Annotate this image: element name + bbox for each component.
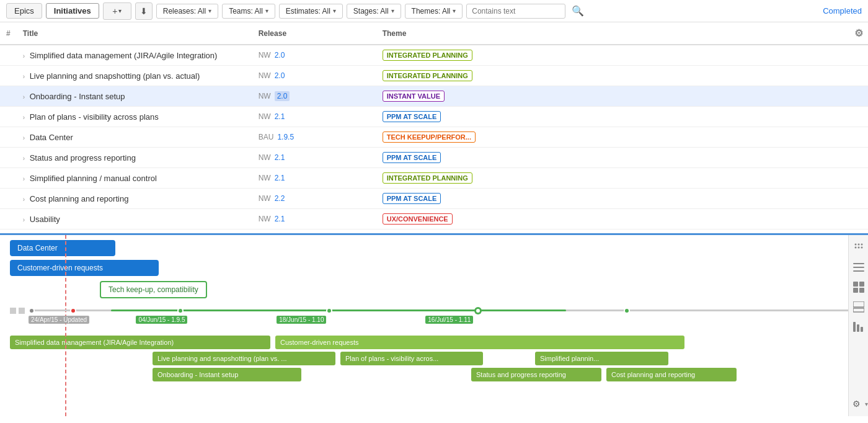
row-expander[interactable]: ›: [23, 176, 25, 182]
svg-rect-9: [853, 282, 858, 287]
svg-point-3: [861, 247, 862, 249]
sidebar-dropdown-arrow[interactable]: ▾: [865, 401, 868, 407]
theme-badge[interactable]: PPM AT SCALE: [383, 111, 441, 122]
row-theme: PPM AT SCALE: [376, 107, 790, 127]
table-row[interactable]: › Simplified data management (JIRA/Agile…: [0, 45, 868, 66]
row-actions: [790, 127, 869, 148]
release-version[interactable]: 1.9.5: [277, 133, 294, 141]
svg-rect-15: [853, 322, 856, 332]
initiatives-table: # Title Release Theme ⚙ › Simplified dat…: [0, 22, 868, 233]
row-title: › Plan of plans - visibility across plan…: [17, 107, 252, 127]
tl-label-1: 04/Jun/15 - 1.9.5: [136, 316, 187, 324]
table-row[interactable]: › Data Center BAU 1.9.5 TECH KEEPUP/PERF…: [0, 127, 868, 148]
search-button[interactable]: 🔍: [569, 2, 587, 20]
row-actions: [790, 86, 869, 107]
estimates-filter[interactable]: Estimates: All ▾: [279, 4, 343, 19]
row-theme: PPM AT SCALE: [376, 189, 790, 209]
teams-filter[interactable]: Teams: All ▾: [222, 4, 275, 19]
row-expander[interactable]: ›: [23, 73, 25, 80]
svg-rect-11: [853, 288, 858, 293]
theme-badge[interactable]: INTEGRATED PLANNING: [383, 172, 472, 184]
add-dropdown-btn[interactable]: + ▾: [103, 2, 131, 20]
release-version[interactable]: 2.1: [275, 174, 285, 182]
tl-label-3: 16/Jul/15 - 1.11: [425, 316, 473, 324]
table-row[interactable]: › Status and progress reporting NW 2.1 P…: [0, 148, 868, 168]
settings-th: ⚙: [790, 22, 869, 45]
row-expander[interactable]: ›: [23, 155, 25, 162]
gantt-bar-cost[interactable]: Cost planning and reporting: [606, 368, 737, 381]
row-expander[interactable]: ›: [23, 53, 25, 60]
theme-badge[interactable]: INSTANT VALUE: [383, 91, 445, 102]
release-version[interactable]: 2.1: [275, 112, 285, 121]
row-expander[interactable]: ›: [23, 216, 25, 223]
row-actions: [790, 209, 869, 229]
customer-driven-bar[interactable]: Customer-driven requests: [10, 260, 159, 276]
sidebar-icon-1[interactable]: [851, 240, 866, 255]
data-center-bar[interactable]: Data Center: [10, 240, 115, 256]
row-theme: TECH KEEPUP/PERFOR...: [376, 127, 790, 148]
sidebar-icon-3[interactable]: [851, 280, 866, 295]
release-version[interactable]: 2.2: [275, 194, 285, 203]
row-release: NW 2.1: [252, 209, 376, 229]
chevron-down-icon: ▾: [265, 7, 268, 14]
svg-rect-14: [853, 308, 864, 312]
sidebar-icon-2[interactable]: [851, 260, 866, 275]
svg-rect-13: [853, 301, 864, 307]
release-version[interactable]: 2.1: [275, 153, 285, 162]
table-row[interactable]: › Live planning and snapshotting (plan v…: [0, 66, 868, 86]
sidebar-icon-5[interactable]: [851, 319, 866, 334]
table-row[interactable]: › Cost planning and reporting NW 2.2 PPM…: [0, 189, 868, 209]
gantt-bar-plan[interactable]: Plan of plans - visibility acros...: [340, 352, 483, 365]
row-actions: [790, 66, 869, 86]
theme-badge[interactable]: TECH KEEPUP/PERFOR...: [383, 131, 476, 143]
theme-badge[interactable]: PPM AT SCALE: [383, 193, 441, 204]
download-btn[interactable]: ⬇: [135, 2, 153, 20]
gantt-bar-simplified[interactable]: Simplified data management (JIRA/Agile I…: [10, 336, 270, 349]
tech-keepup-bar[interactable]: Tech keep-up, compatibility: [100, 281, 207, 298]
row-expander[interactable]: ›: [23, 94, 25, 100]
chevron-down-icon: ▾: [208, 7, 211, 14]
gantt-bar-status[interactable]: Status and progress reporting: [471, 368, 601, 381]
theme-badge[interactable]: PPM AT SCALE: [383, 152, 441, 163]
search-input[interactable]: [466, 4, 565, 19]
gantt-bar-simplified-planning[interactable]: Simplified plannin...: [535, 352, 668, 365]
gantt-bar-onboarding[interactable]: Onboarding - Instant setup: [153, 368, 301, 381]
row-title: › Live planning and snapshotting (plan v…: [17, 66, 252, 86]
release-version[interactable]: 2.1: [275, 215, 285, 223]
settings-icon[interactable]: ⚙: [854, 28, 863, 38]
theme-badge[interactable]: INTEGRATED PLANNING: [383, 50, 472, 61]
row-expander[interactable]: ›: [23, 135, 25, 141]
table-row[interactable]: › Plan of plans - visibility across plan…: [0, 107, 868, 127]
table-row[interactable]: › Onboarding - Instant setup NW 2.0 INST…: [0, 86, 868, 107]
table-row[interactable]: › Usability NW 2.1 UX/CONVENIENCE: [0, 209, 868, 229]
row-theme: INTEGRATED PLANNING: [376, 66, 790, 86]
release-version[interactable]: 2.0: [275, 71, 285, 80]
release-version[interactable]: 2.0: [275, 91, 290, 101]
tech-bar-row: Tech keep-up, compatibility: [0, 278, 868, 301]
sidebar-icon-4[interactable]: [851, 300, 866, 314]
row-expander[interactable]: ›: [23, 196, 25, 203]
row-number: [0, 107, 17, 127]
stages-filter[interactable]: Stages: All ▾: [347, 4, 401, 19]
col-theme: Theme: [376, 22, 790, 45]
initiatives-tab[interactable]: Initiatives: [46, 3, 99, 19]
tl-square-2: [19, 308, 25, 314]
release-version[interactable]: 2.0: [275, 51, 285, 60]
svg-point-1: [857, 247, 859, 249]
gantt-bar-live[interactable]: Live planning and snapshotting (plan vs.…: [153, 352, 335, 365]
row-expander[interactable]: ›: [23, 114, 25, 121]
releases-filter[interactable]: Releases: All ▾: [156, 4, 218, 19]
completed-link[interactable]: Completed: [823, 6, 862, 16]
row-number: [0, 86, 17, 107]
theme-badge[interactable]: UX/CONVENIENCE: [383, 213, 453, 225]
row-theme: INTEGRATED PLANNING: [376, 45, 790, 66]
gantt-bar-customer[interactable]: Customer-driven requests: [275, 336, 684, 349]
sidebar-settings-icon[interactable]: ⚙: [849, 396, 864, 411]
table-row[interactable]: › Simplified planning / manual control N…: [0, 168, 868, 189]
theme-badge[interactable]: INTEGRATED PLANNING: [383, 70, 472, 81]
epics-tab[interactable]: Epics: [6, 3, 42, 19]
release-type: NW: [259, 92, 271, 100]
themes-filter[interactable]: Themes: All ▾: [405, 4, 463, 19]
row-number: [0, 66, 17, 86]
svg-point-4: [854, 244, 856, 246]
